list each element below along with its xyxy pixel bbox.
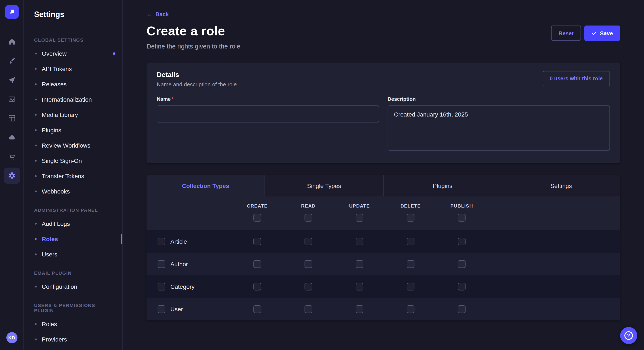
sidebar-item-up-providers[interactable]: Providers [24,332,122,347]
select-all-update-checkbox[interactable] [356,214,363,222]
select-all-read-checkbox[interactable] [304,214,312,222]
user-delete-checkbox[interactable] [407,305,414,313]
column-header-publish: PUBLISH [450,203,473,208]
sidebar-item-releases[interactable]: Releases [24,77,122,92]
description-field-group: Description Created January 16th, 2025 [388,96,610,152]
article-update-checkbox[interactable] [356,237,363,245]
check-icon [592,31,596,36]
sidebar-item-roles[interactable]: Roles [24,231,122,247]
category-delete-checkbox[interactable] [407,283,414,290]
select-all-delete-checkbox[interactable] [407,214,414,222]
author-select-all-checkbox[interactable] [158,260,165,268]
back-link[interactable]: ← Back [146,11,169,17]
sidebar-item-internationalization[interactable]: Internationalization [24,92,122,107]
strapi-admin-app: KD Settings GLOBAL SETTINGS Overview API… [0,0,644,350]
bullet-icon [35,190,37,192]
sidebar-item-api-tokens[interactable]: API Tokens [24,61,122,77]
select-all-publish-checkbox[interactable] [458,214,466,222]
bullet-icon [35,129,37,131]
settings-icon[interactable] [4,168,20,184]
tab-plugins[interactable]: Plugins [383,175,502,196]
description-label: Description [388,96,416,102]
tab-single-types[interactable]: Single Types [265,175,383,196]
user-read-checkbox[interactable] [304,305,312,313]
save-button[interactable]: Save [584,25,620,41]
permission-row-user: User [146,298,620,320]
category-update-checkbox[interactable] [356,283,363,290]
article-read-checkbox[interactable] [304,237,312,245]
sidebar-item-webhooks[interactable]: Webhooks [24,184,122,199]
tab-collection-types[interactable]: Collection Types [146,175,265,196]
user-update-checkbox[interactable] [356,305,363,313]
name-label: Name [157,96,170,102]
sidebar-item-up-roles[interactable]: Roles [24,316,122,332]
category-create-checkbox[interactable] [254,283,261,290]
sidebar-item-media-library[interactable]: Media Library [24,107,122,123]
column-header-update: UPDATE [349,203,370,208]
avatar[interactable]: KD [6,332,17,343]
article-select-all-checkbox[interactable] [158,237,165,245]
section-label-global-settings: GLOBAL SETTINGS [24,29,122,46]
page-title: Create a role [146,24,240,38]
bullet-icon [35,286,37,288]
page-subtitle: Define the rights given to the role [146,42,240,50]
category-select-all-checkbox[interactable] [158,283,165,290]
tab-settings[interactable]: Settings [502,175,620,196]
category-publish-checkbox[interactable] [458,283,466,290]
category-read-checkbox[interactable] [304,283,312,290]
subnav-title: Settings [34,10,112,19]
article-publish-checkbox[interactable] [458,237,466,245]
content-type-builder-icon[interactable] [4,53,20,69]
user-select-all-checkbox[interactable] [158,305,165,313]
user-publish-checkbox[interactable] [458,305,466,313]
home-icon[interactable] [4,34,20,50]
author-publish-checkbox[interactable] [458,260,466,268]
bullet-icon [35,99,37,100]
strapi-logo[interactable] [5,5,18,19]
media-library-icon[interactable] [4,91,20,107]
header-spacer [487,203,620,222]
required-asterisk: * [172,96,173,102]
column-header-read: READ [301,203,316,208]
author-delete-checkbox[interactable] [407,260,414,268]
question-mark-icon: ? [624,331,633,340]
bullet-icon [35,223,37,224]
author-create-checkbox[interactable] [254,260,261,268]
bullet-icon [35,238,37,240]
reset-button[interactable]: Reset [551,25,581,41]
settings-subnav: Settings GLOBAL SETTINGS Overview API To… [24,0,123,350]
permissions-card: Collection Types Single Types Plugins Se… [146,175,620,320]
sidebar-item-review-workflows[interactable]: Review Workflows [24,138,122,153]
content-manager-icon[interactable] [4,110,20,126]
bullet-icon [35,114,37,116]
sidebar-item-configuration[interactable]: Configuration [24,279,122,294]
author-update-checkbox[interactable] [356,260,363,268]
bullet-icon [35,160,37,162]
article-delete-checkbox[interactable] [407,237,414,245]
content-type-label: Author [170,260,188,267]
sidebar-item-plugins[interactable]: Plugins [24,123,122,138]
sidebar-item-transfer-tokens[interactable]: Transfer Tokens [24,169,122,184]
help-button[interactable]: ? [620,327,637,344]
users-with-role-button[interactable]: 0 users with this role [542,71,610,86]
user-create-checkbox[interactable] [254,305,261,313]
sidebar-item-audit-logs[interactable]: Audit Logs [24,216,122,231]
permission-row-article: Article [146,230,620,253]
releases-icon[interactable] [4,72,20,88]
description-textarea[interactable]: Created January 16th, 2025 [388,105,610,151]
permission-row-category: Category [146,275,620,298]
select-all-create-checkbox[interactable] [254,214,261,222]
cloud-icon[interactable] [4,129,20,146]
sidebar-item-users[interactable]: Users [24,247,122,262]
subnav-scroll-area[interactable]: GLOBAL SETTINGS Overview API Tokens Rele… [24,26,122,347]
marketplace-icon[interactable] [4,149,20,165]
bullet-icon [35,83,37,85]
sidebar-item-overview[interactable]: Overview [24,46,122,61]
details-title: Details [157,71,237,79]
section-label-users-permissions-plugin: USERS & PERMISSIONS PLUGIN [24,294,122,316]
sidebar-item-single-sign-on[interactable]: Single Sign-On [24,153,122,169]
name-input[interactable] [157,105,379,123]
bullet-icon [35,339,37,340]
author-read-checkbox[interactable] [304,260,312,268]
article-create-checkbox[interactable] [254,237,261,245]
